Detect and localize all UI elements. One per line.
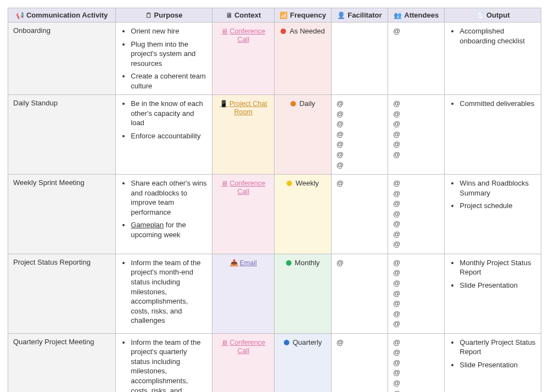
context-cell[interactable]: 📱Project Chat Room <box>212 95 274 175</box>
context-cell[interactable]: 🖥Conference Call <box>212 333 274 392</box>
frequency-label: Quarterly <box>293 338 322 346</box>
frequency-cell[interactable]: Weekly <box>274 175 331 254</box>
mention-placeholder[interactable]: @ <box>337 150 383 160</box>
mention-placeholder[interactable]: @ <box>393 368 439 378</box>
col-header-context[interactable]: 🖥Context <box>212 8 274 23</box>
frequency-label: Weekly <box>295 179 318 187</box>
col-header-frequency[interactable]: 📶Frequency <box>274 8 331 23</box>
mention-placeholder[interactable]: @ <box>337 119 383 129</box>
attendees-cell[interactable]: @@@@@@@ <box>388 254 445 333</box>
purpose-cell[interactable]: Inform the team of the project's quarter… <box>116 333 212 392</box>
output-cell[interactable]: Quarterly Project Status ReportSlide Pre… <box>445 333 541 392</box>
mention-placeholder[interactable]: @ <box>393 378 439 388</box>
purpose-cell[interactable]: Inform the team of the project's month-e… <box>116 254 212 333</box>
frequency-label: Daily <box>299 99 315 108</box>
mention-placeholder[interactable]: @ <box>337 130 383 139</box>
monitor-icon: 🖥 <box>226 12 232 19</box>
attendees-cell[interactable]: @@@@@@ <box>388 95 445 175</box>
col-header-activity[interactable]: 📢Communication Activity <box>8 8 116 23</box>
frequency-cell[interactable]: As Needed <box>274 23 331 95</box>
mention-placeholder[interactable]: @ <box>393 299 439 309</box>
output-cell[interactable]: Accomplished onboarding checklist <box>445 23 541 95</box>
mention-placeholder[interactable]: @ <box>337 178 383 188</box>
activity-cell[interactable]: Project Status Reporting <box>8 254 116 333</box>
mention-placeholder[interactable]: @ <box>337 160 383 170</box>
mention-placeholder[interactable]: @ <box>337 99 383 109</box>
mention-placeholder[interactable]: @ <box>393 189 439 199</box>
activity-cell[interactable]: Onboarding <box>8 23 116 95</box>
col-header-purpose[interactable]: 🗒Purpose <box>116 8 212 23</box>
mention-placeholder[interactable]: @ <box>393 26 439 36</box>
mention-placeholder[interactable]: @ <box>393 239 439 249</box>
context-cell[interactable]: 🖥Conference Call <box>212 23 274 95</box>
mention-placeholder[interactable]: @ <box>393 309 439 319</box>
megaphone-icon: 📢 <box>16 12 24 19</box>
purpose-cell[interactable]: Orient new hirePlug them into the projec… <box>116 23 212 95</box>
mention-placeholder[interactable]: @ <box>393 358 439 368</box>
attendees-cell[interactable]: @@@@@@ <box>388 333 445 392</box>
mention-placeholder[interactable]: @ <box>393 199 439 209</box>
mention-placeholder[interactable]: @ <box>337 258 383 268</box>
mention-placeholder[interactable]: @ <box>393 319 439 329</box>
mention-placeholder[interactable]: @ <box>393 268 439 278</box>
mention-placeholder[interactable]: @ <box>393 278 439 288</box>
col-header-attendees[interactable]: 👥Attendees <box>388 8 445 23</box>
context-link[interactable]: 🖥Conference Call <box>221 180 265 195</box>
output-item: Quarterly Project Status Report <box>460 338 536 357</box>
context-link[interactable]: 📥Email <box>230 259 257 267</box>
context-link[interactable]: 🖥Conference Call <box>221 27 265 43</box>
attendees-cell[interactable]: @@@@@@@ <box>388 175 445 254</box>
purpose-item: Enforce accountability <box>131 131 207 141</box>
facilitator-cell[interactable]: @@@@@@@ <box>331 95 388 175</box>
activity-cell[interactable]: Quarterly Project Meeting <box>8 333 116 392</box>
context-link[interactable]: 📱Project Chat Room <box>220 100 267 116</box>
mention-placeholder[interactable]: @ <box>393 209 439 219</box>
context-cell[interactable]: 🖥Conference Call <box>212 175 274 254</box>
mention-placeholder[interactable]: @ <box>337 139 383 149</box>
activity-cell[interactable]: Weekly Sprint Meeting <box>8 175 116 254</box>
context-icon: 📥 <box>230 259 238 267</box>
output-cell[interactable]: Committed deliverables <box>445 95 541 175</box>
col-header-output[interactable]: 📄Output <box>445 8 541 23</box>
mention-placeholder[interactable]: @ <box>393 338 439 348</box>
mention-placeholder[interactable]: @ <box>393 229 439 239</box>
frequency-cell[interactable]: Monthly <box>274 254 331 333</box>
output-item: Accomplished onboarding checklist <box>460 26 536 46</box>
mention-placeholder[interactable]: @ <box>393 389 439 393</box>
mention-placeholder[interactable]: @ <box>393 348 439 357</box>
col-header-facilitator[interactable]: 👤Facilitator <box>331 8 388 23</box>
mention-placeholder[interactable]: @ <box>393 178 439 188</box>
facilitator-cell[interactable]: @ <box>331 333 388 392</box>
mention-placeholder[interactable]: @ <box>393 258 439 268</box>
facilitator-cell[interactable] <box>331 23 388 95</box>
mention-placeholder[interactable]: @ <box>393 289 439 299</box>
frequency-dot-icon <box>290 101 296 107</box>
mention-placeholder[interactable]: @ <box>393 119 439 129</box>
attendees-cell[interactable]: @ <box>388 23 445 95</box>
mention-placeholder[interactable]: @ <box>337 338 383 348</box>
facilitator-cell[interactable]: @ <box>331 254 388 333</box>
frequency-cell[interactable]: Daily <box>274 95 331 175</box>
context-cell[interactable]: 📥Email <box>212 254 274 333</box>
table-header-row: 📢Communication Activity 🗒Purpose 🖥Contex… <box>8 8 541 23</box>
facilitator-cell[interactable]: @ <box>331 175 388 254</box>
mention-placeholder[interactable]: @ <box>393 219 439 229</box>
purpose-item: Inform the team of the project's quarter… <box>131 338 207 392</box>
purpose-cell[interactable]: Be in the know of each other's capacity … <box>116 95 212 175</box>
context-icon: 📱 <box>220 100 228 108</box>
mention-placeholder[interactable]: @ <box>393 139 439 149</box>
output-item: Project schedule <box>460 201 536 211</box>
activity-cell[interactable]: Daily Standup <box>8 95 116 175</box>
output-cell[interactable]: Monthly Project Status ReportSlide Prese… <box>445 254 541 333</box>
mention-placeholder[interactable]: @ <box>393 130 439 139</box>
mention-placeholder[interactable]: @ <box>337 109 383 119</box>
output-cell[interactable]: Wins and Roadblocks SummaryProject sched… <box>445 175 541 254</box>
signal-icon: 📶 <box>279 12 288 19</box>
mention-placeholder[interactable]: @ <box>393 109 439 119</box>
table-row: Quarterly Project MeetingInform the team… <box>8 333 541 392</box>
frequency-cell[interactable]: Quarterly <box>274 333 331 392</box>
mention-placeholder[interactable]: @ <box>393 99 439 109</box>
purpose-cell[interactable]: Share each other's wins and roadblocks t… <box>116 175 212 254</box>
mention-placeholder[interactable]: @ <box>393 150 439 160</box>
context-link[interactable]: 🖥Conference Call <box>221 339 265 355</box>
